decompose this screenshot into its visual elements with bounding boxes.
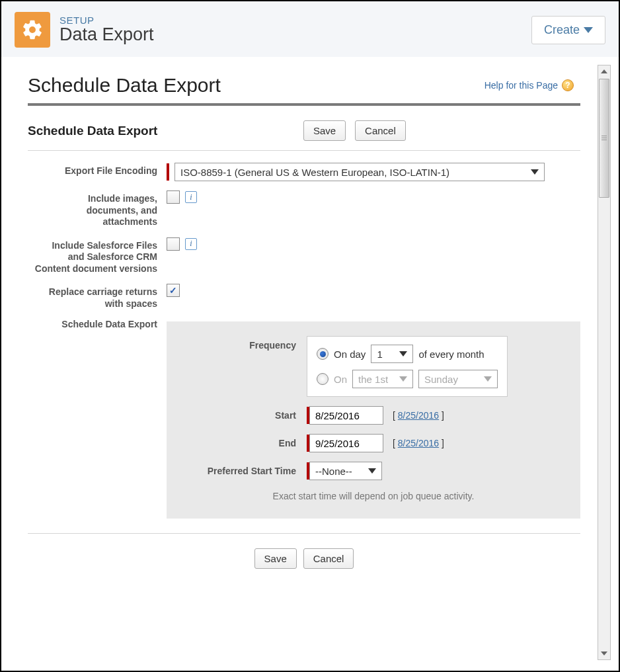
chevron-down-icon <box>399 351 407 357</box>
required-marker <box>167 163 169 181</box>
chevron-down-icon <box>531 169 539 175</box>
chevron-down-icon <box>484 376 492 382</box>
row-include-images: Include images, documents, and attachmen… <box>34 190 580 228</box>
header-titles: SETUP Data Export <box>59 15 531 45</box>
title-divider <box>28 103 580 106</box>
row-pref-time: Preferred Start Time --None-- <box>181 462 566 480</box>
weekday-select[interactable]: Sunday <box>418 370 498 388</box>
page-header: SETUP Data Export Create <box>1 1 619 57</box>
end-quick: [ 8/25/2016 ] <box>393 438 444 448</box>
on-prefix: On <box>334 374 347 385</box>
help-icon: ? <box>562 79 574 91</box>
info-icon[interactable]: i <box>185 238 197 250</box>
scroll-up-arrow-icon[interactable] <box>598 65 610 77</box>
chevron-down-icon <box>368 468 376 474</box>
row-end: End [ 8/25/2016 ] <box>181 434 566 452</box>
row-frequency: Frequency On day 1 <box>181 336 566 397</box>
section-header: Schedule Data Export Save Cancel <box>28 118 580 150</box>
content-area: Schedule Data Export Help for this Page … <box>12 65 611 660</box>
gear-icon <box>21 19 44 41</box>
end-quick-link[interactable]: 8/25/2016 <box>398 438 439 448</box>
label-replace-cr: Replace carriage returns with spaces <box>34 284 167 310</box>
day-value: 1 <box>377 349 382 360</box>
checkbox-include-images[interactable] <box>167 190 180 204</box>
info-icon[interactable]: i <box>185 191 197 203</box>
label-start: Start <box>181 410 307 421</box>
start-quick-link[interactable]: 8/25/2016 <box>398 410 439 421</box>
content-inner: Schedule Data Export Help for this Page … <box>28 74 595 574</box>
create-button[interactable]: Create <box>531 16 605 44</box>
radio-on-day[interactable] <box>317 348 329 360</box>
weekday-value: Sunday <box>424 374 458 385</box>
pref-time-value: --None-- <box>315 466 352 477</box>
app-window: SETUP Data Export Create Schedule Data E… <box>0 0 620 672</box>
schedule-panel: Frequency On day 1 <box>167 321 580 519</box>
row-include-files: Include Salesforce Files and Salesforce … <box>34 237 580 275</box>
freq-option-weekday: On the 1st Sunday <box>317 370 498 388</box>
pref-time-select[interactable]: --None-- <box>309 462 382 480</box>
row-encoding: Export File Encoding ISO-8859-1 (General… <box>34 163 580 181</box>
help-link[interactable]: Help for this Page ? <box>484 79 574 91</box>
header-page-name: Data Export <box>59 24 531 45</box>
frequency-box: On day 1 of every month <box>307 336 508 397</box>
help-link-label: Help for this Page <box>484 80 558 91</box>
encoding-select[interactable]: ISO-8859-1 (General US & Western Europea… <box>174 163 545 181</box>
page-title: Schedule Data Export <box>28 74 221 97</box>
chevron-down-icon <box>399 376 407 382</box>
form: Export File Encoding ISO-8859-1 (General… <box>28 163 580 519</box>
label-include-images: Include images, documents, and attachmen… <box>34 190 167 228</box>
ordinal-value: the 1st <box>358 374 388 385</box>
label-encoding: Export File Encoding <box>34 163 167 177</box>
encoding-value: ISO-8859-1 (General US & Western Europea… <box>180 167 449 178</box>
save-button-top[interactable]: Save <box>303 120 346 141</box>
on-day-prefix: On day <box>334 349 366 360</box>
schedule-note: Exact start time will depend on job queu… <box>181 491 566 501</box>
end-date-input[interactable] <box>309 434 383 452</box>
row-schedule: Schedule Data Export Frequency On day <box>34 319 580 519</box>
ordinal-select[interactable]: the 1st <box>352 370 413 388</box>
on-day-suffix: of every month <box>418 349 484 360</box>
label-end: End <box>181 438 307 448</box>
create-button-label: Create <box>544 23 580 37</box>
label-include-files: Include Salesforce Files and Salesforce … <box>34 237 167 275</box>
cancel-button-top[interactable]: Cancel <box>355 120 406 141</box>
day-select[interactable]: 1 <box>371 345 413 363</box>
section-title: Schedule Data Export <box>28 124 157 138</box>
save-button-bottom[interactable]: Save <box>254 548 297 569</box>
chevron-down-icon <box>584 27 593 33</box>
label-pref-time: Preferred Start Time <box>181 466 307 476</box>
scroll-down-arrow-icon[interactable] <box>598 648 610 659</box>
title-row: Schedule Data Export Help for this Page … <box>28 74 580 97</box>
scroll-thumb[interactable] <box>599 79 609 198</box>
row-start: Start [ 8/25/2016 ] <box>181 406 566 425</box>
label-frequency: Frequency <box>181 336 307 351</box>
freq-option-day-of-month: On day 1 of every month <box>317 345 498 363</box>
row-replace-cr: Replace carriage returns with spaces <box>34 284 580 310</box>
setup-icon-block <box>15 12 50 48</box>
checkbox-replace-cr[interactable] <box>167 284 180 297</box>
radio-on-weekday[interactable] <box>317 373 329 385</box>
bottom-buttons: Save Cancel <box>28 533 580 574</box>
cancel-button-bottom[interactable]: Cancel <box>303 548 354 569</box>
scroll-container: Schedule Data Export Help for this Page … <box>12 65 611 660</box>
section-divider <box>28 150 580 151</box>
vertical-scrollbar[interactable] <box>598 65 611 660</box>
label-schedule: Schedule Data Export <box>34 319 167 331</box>
start-quick: [ 8/25/2016 ] <box>393 410 444 421</box>
checkbox-include-files[interactable] <box>167 237 180 251</box>
body-region: Schedule Data Export Help for this Page … <box>1 57 619 668</box>
start-date-input[interactable] <box>309 406 383 425</box>
